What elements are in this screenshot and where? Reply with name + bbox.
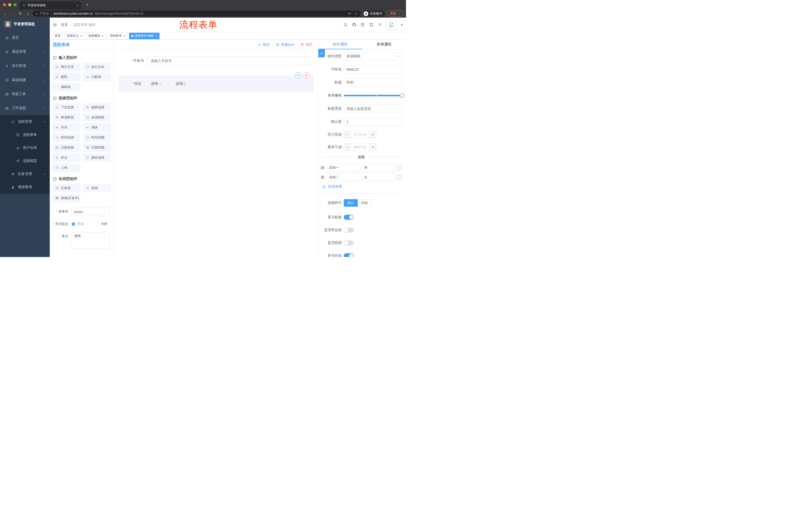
radio-on-label[interactable]: 开启 xyxy=(77,222,84,226)
toggle-switch[interactable] xyxy=(344,215,354,220)
palette-item[interactable]: 日期范围 xyxy=(83,143,111,152)
sidebar-item[interactable]: 基础设施 ∨ xyxy=(0,73,50,87)
min-select-value[interactable]: 至少应选 xyxy=(350,131,370,138)
palette-item[interactable]: 行容器 xyxy=(52,184,80,192)
drag-handle-icon[interactable] xyxy=(320,165,325,170)
clear-button[interactable]: 清空 xyxy=(300,43,313,47)
avatar-caret-icon[interactable]: ▾ xyxy=(401,23,403,27)
option-label-input[interactable] xyxy=(327,164,360,172)
palette-item[interactable]: 密码 xyxy=(52,73,80,81)
window-zoom-button[interactable] xyxy=(13,3,17,6)
palette-item[interactable]: 表格[开发中] xyxy=(52,194,80,202)
gender-checkbox-option[interactable]: 选项二 xyxy=(170,81,186,86)
form-name-input[interactable] xyxy=(71,208,110,216)
font-size-icon[interactable] xyxy=(378,23,382,27)
drag-handle-icon[interactable] xyxy=(320,175,325,180)
breadcrumb-home[interactable]: 首页 xyxy=(61,23,68,27)
grid-slider[interactable] xyxy=(344,91,402,100)
browser-menu-dots-icon[interactable]: ⋮ xyxy=(398,12,402,16)
checkbox-icon[interactable] xyxy=(145,82,148,85)
palette-item[interactable]: 时间选择 xyxy=(52,133,80,142)
palette-item[interactable]: 时间范围 xyxy=(83,133,111,142)
palette-item[interactable]: 多选框组 xyxy=(83,113,111,122)
tag-close-icon[interactable]: × xyxy=(155,34,157,38)
toggle-switch[interactable] xyxy=(344,227,354,233)
tab-form-props[interactable]: 表单属性 xyxy=(362,40,406,49)
sidebar-item-workflow[interactable]: 工作流程 ∧ xyxy=(0,101,50,115)
sidebar-subitem[interactable]: 流程模型 xyxy=(0,154,50,167)
password-key-icon[interactable] xyxy=(348,12,351,15)
forward-button[interactable]: → xyxy=(10,11,16,16)
toggle-switch[interactable] xyxy=(344,253,354,257)
palette-item[interactable]: 下拉选择 xyxy=(52,103,80,112)
palette-item[interactable]: 按钮 xyxy=(83,184,111,192)
palette-item[interactable]: 单选框组 xyxy=(52,113,80,122)
tab-close-icon[interactable]: × xyxy=(76,3,78,7)
radio-off-label[interactable]: 关闭 xyxy=(101,222,107,226)
stepper-plus-button[interactable]: + xyxy=(370,143,376,151)
bookmark-star-icon[interactable]: ☆ xyxy=(354,11,358,16)
gender-field-wrap[interactable]: *性别 选项一 xyxy=(119,76,314,92)
sidebar-item[interactable]: 首页 xyxy=(0,31,50,45)
default-value-input[interactable] xyxy=(344,118,402,126)
sidebar-fold-icon[interactable] xyxy=(53,23,57,27)
style-default-button[interactable]: 默认 xyxy=(344,199,358,207)
max-select-value[interactable]: 最多可选 xyxy=(350,143,370,151)
toggle-switch[interactable] xyxy=(344,240,354,245)
back-button[interactable]: ← xyxy=(2,11,8,16)
palette-item[interactable]: 级联选择 xyxy=(83,103,111,112)
tag[interactable]: 流程定义 × xyxy=(64,33,84,39)
add-option-button[interactable]: 添加选项 xyxy=(322,184,402,189)
new-tab-button[interactable]: + xyxy=(84,2,90,8)
sidebar-logo[interactable]: 芋道管理系统 xyxy=(0,18,50,31)
label-width-input[interactable] xyxy=(344,105,402,113)
option-value-input[interactable] xyxy=(362,173,395,181)
stepper-plus-button[interactable]: + xyxy=(370,131,376,138)
palette-item[interactable]: 开关 xyxy=(52,123,80,132)
sidebar-item[interactable]: 支付管理 ∨ xyxy=(0,59,50,73)
window-controls[interactable] xyxy=(3,3,17,6)
tab-component-props[interactable]: 组件属性 xyxy=(318,40,362,49)
palette-item[interactable]: 编辑器 xyxy=(52,83,80,91)
component-type-select[interactable]: 多选框组 ∨ xyxy=(344,52,402,60)
tag[interactable]: 流程表单-编辑 × xyxy=(129,33,160,39)
fullscreen-icon[interactable] xyxy=(369,23,373,27)
palette-item[interactable]: 滑块 xyxy=(83,123,111,132)
sidebar-subitem[interactable]: 用户分组 xyxy=(0,141,50,154)
palette-item[interactable]: 日期选择 xyxy=(52,143,80,152)
palette-item[interactable]: 计数器 xyxy=(83,73,111,81)
palette-item[interactable]: 上传 xyxy=(52,163,80,172)
avatar[interactable] xyxy=(386,20,397,30)
palette-item[interactable]: 颜色选择 xyxy=(83,154,111,162)
slider-handle[interactable] xyxy=(400,93,404,98)
phone-input[interactable] xyxy=(147,56,314,65)
window-close-button[interactable] xyxy=(3,3,6,6)
gender-field-row[interactable]: *性别 选项一 xyxy=(119,76,314,92)
tag-close-icon[interactable]: × xyxy=(80,34,82,38)
form-remark-textarea[interactable]: 嘿嘿 xyxy=(71,232,110,249)
delete-component-button[interactable] xyxy=(303,72,310,78)
stepper-minus-button[interactable]: − xyxy=(344,131,350,138)
palette-item[interactable]: 单行文本 xyxy=(52,63,80,71)
sidebar-item[interactable]: 研发工具 ∨ xyxy=(0,87,50,101)
field-name-input[interactable] xyxy=(344,65,402,74)
phone-field-row[interactable]: *手机号 xyxy=(119,56,314,65)
sidebar-item[interactable]: 系统管理 ∨ xyxy=(0,45,50,59)
save-button[interactable]: 保存 xyxy=(258,43,270,47)
palette-item[interactable]: 评分 xyxy=(52,154,80,162)
tag-close-icon[interactable]: × xyxy=(102,34,104,38)
tag[interactable]: 流程模型 × xyxy=(86,33,106,39)
reload-button[interactable]: ↻ xyxy=(18,11,23,16)
search-icon[interactable] xyxy=(343,23,348,27)
copy-component-button[interactable] xyxy=(295,72,301,78)
gender-checkbox-option[interactable]: 选项一 xyxy=(145,81,161,86)
view-json-button[interactable]: 查看json xyxy=(276,43,294,47)
checkbox-icon[interactable] xyxy=(170,82,173,85)
sidebar-subitem[interactable]: 请假查询 xyxy=(0,181,50,194)
window-minimize-button[interactable] xyxy=(8,3,11,6)
slider-track[interactable] xyxy=(344,95,402,96)
remove-option-button[interactable]: − xyxy=(397,175,402,180)
tag-close-icon[interactable]: × xyxy=(124,34,125,38)
style-button-button[interactable]: 按钮 xyxy=(358,199,372,207)
radio-on[interactable] xyxy=(71,222,75,226)
